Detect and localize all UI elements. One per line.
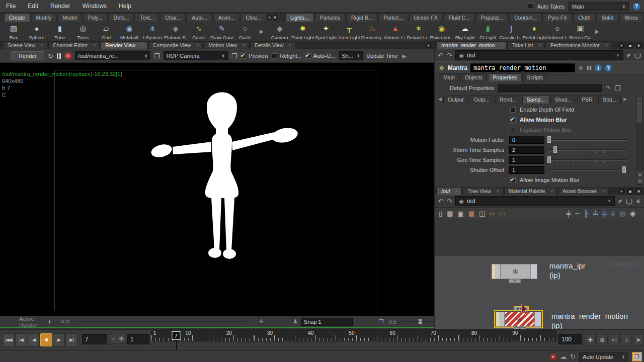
param-subtab[interactable]: Rend... bbox=[495, 96, 521, 104]
split-slider[interactable] bbox=[401, 321, 434, 322]
pane-tab[interactable]: Tree View ✕ bbox=[463, 187, 503, 195]
prev-keyframe-button[interactable]: |◀ bbox=[15, 333, 27, 346]
camera-selector[interactable]: ROP Camera ▲▼ bbox=[164, 51, 228, 60]
shelf-tool[interactable]: ● Sphere bbox=[25, 24, 48, 40]
default-properties-field[interactable] bbox=[498, 84, 602, 92]
current-frame-field[interactable]: 7 bbox=[82, 334, 107, 344]
shelf-tab[interactable]: Populat... bbox=[476, 13, 508, 22]
palette-icon[interactable]: ▦ bbox=[468, 210, 474, 217]
frame-increment-button[interactable]: ✛ bbox=[118, 334, 125, 344]
network-path-field[interactable]: ◉ out ▼ bbox=[455, 196, 615, 206]
param-value-field[interactable]: 0 bbox=[509, 136, 544, 144]
shelf-tab[interactable]: Pyro FX bbox=[543, 13, 572, 22]
slider-handle[interactable] bbox=[553, 146, 557, 153]
revert-icon[interactable]: ↷ bbox=[606, 84, 611, 92]
param-slider[interactable] bbox=[548, 146, 627, 154]
shelf-tab[interactable]: Rigid B... bbox=[346, 13, 378, 22]
toolbar-overflow-icon[interactable]: ▶ bbox=[403, 53, 407, 59]
node-bypass-flag[interactable] bbox=[496, 312, 500, 327]
shelf-tab[interactable]: Create bbox=[4, 13, 30, 22]
choose-camera-icon[interactable]: ❐ bbox=[231, 52, 237, 60]
pane-tab[interactable]: Render View ✕ bbox=[101, 41, 147, 49]
close-icon[interactable]: ✕ bbox=[538, 43, 541, 48]
node-lock-flag[interactable] bbox=[500, 312, 505, 327]
menu-item[interactable]: File bbox=[0, 1, 22, 12]
audio-button[interactable]: ♪ bbox=[621, 334, 632, 346]
zoom-out-icon[interactable]: − bbox=[251, 319, 254, 325]
shelf-tool[interactable]: ▲ Volume Li... bbox=[384, 24, 407, 40]
maximize-pane-icon[interactable]: ■ bbox=[627, 188, 633, 195]
shelf-tool[interactable]: ∫ Caustic Li... bbox=[500, 24, 523, 40]
slider-handle[interactable] bbox=[547, 156, 551, 163]
param-subtab[interactable]: Output bbox=[443, 96, 468, 104]
playhead-marker[interactable]: 7 bbox=[172, 331, 180, 340]
set-keyframe-button[interactable]: ✚ bbox=[585, 334, 596, 346]
chevron-down-icon[interactable]: ▼ bbox=[607, 199, 611, 204]
shelf-tool[interactable]: ✎ Draw Curve bbox=[210, 24, 233, 40]
forward-icon[interactable]: ↷ bbox=[447, 197, 453, 205]
update-time-label[interactable]: Update Time bbox=[366, 53, 397, 59]
take-selector[interactable]: Main ▲▼ bbox=[569, 2, 629, 11]
pane-tab[interactable]: /out ✕ bbox=[437, 187, 462, 195]
menu-item[interactable]: Help bbox=[113, 1, 137, 12]
gear-icon[interactable]: ✳ bbox=[635, 198, 641, 205]
shelf-tab[interactable]: Char... bbox=[160, 13, 186, 22]
shelf-tab[interactable]: Cloth bbox=[573, 13, 596, 22]
param-checkbox[interactable] bbox=[510, 177, 516, 183]
pause-icon[interactable] bbox=[57, 53, 61, 59]
play-button[interactable]: ▶ bbox=[53, 333, 65, 346]
param-checkbox-row[interactable]: Enable Depth Of Field bbox=[436, 105, 637, 115]
shelf-tab[interactable]: Fluid C... bbox=[444, 13, 475, 22]
node-type-icon[interactable]: ❖ bbox=[439, 64, 445, 72]
close-icon[interactable]: ✕ bbox=[93, 43, 96, 48]
zoom-icon[interactable]: ◎ bbox=[619, 210, 625, 217]
help-icon[interactable]: ? bbox=[633, 3, 640, 10]
node-name-field[interactable]: mantra_render_motion bbox=[470, 63, 575, 72]
play-reverse-button[interactable]: ◀ bbox=[28, 333, 40, 346]
param-checkbox[interactable] bbox=[510, 117, 516, 123]
pane-tab[interactable]: Scene View ✕ bbox=[3, 41, 47, 49]
param-value-field[interactable]: 1 bbox=[509, 156, 544, 164]
shelf-tool[interactable]: ⋔ LSystem bbox=[141, 24, 164, 40]
shelf-tool[interactable]: ○ Circle bbox=[233, 24, 257, 40]
scrollbar-thumb[interactable] bbox=[637, 97, 642, 123]
node-mantra-render-motion[interactable]: ✇✦ bbox=[494, 310, 543, 328]
scroll-tabs-right-icon[interactable]: ▶ bbox=[622, 97, 628, 102]
layout-icon[interactable]: ◫ bbox=[479, 210, 485, 217]
update-mode-selector[interactable]: Auto Update ▲▼ bbox=[579, 352, 628, 361]
visibility-icon[interactable]: ◉ bbox=[630, 210, 635, 217]
param-subtab[interactable]: Outp... bbox=[469, 96, 494, 104]
shelf-tool[interactable]: ∿ Curve bbox=[187, 24, 210, 40]
stop-render-icon[interactable]: ✕ bbox=[64, 52, 71, 59]
network-box-icon[interactable]: ▭ bbox=[499, 210, 505, 217]
param-slider[interactable] bbox=[548, 156, 627, 164]
playhead-line[interactable] bbox=[176, 340, 177, 350]
shelf-tool[interactable]: ✸ Point Light bbox=[291, 24, 314, 40]
pane-menu-icon[interactable]: ▼ bbox=[635, 188, 642, 195]
render-scheduler-icon[interactable]: ❒ bbox=[632, 352, 642, 361]
param-checkbox[interactable] bbox=[510, 107, 516, 113]
global-animation-options-button[interactable]: ⊕ bbox=[597, 334, 608, 346]
shelf-tab[interactable]: Contain... bbox=[509, 13, 542, 22]
node-lock-flag[interactable] bbox=[496, 264, 501, 279]
shelf-tool[interactable]: ✶ Distant Li... bbox=[407, 24, 430, 40]
relight-checkbox[interactable]: Relight... bbox=[272, 53, 301, 59]
shelf-tool[interactable]: ♦ Portal Light bbox=[523, 24, 546, 40]
shelf-tool[interactable]: ◎ Torus bbox=[71, 24, 95, 40]
node-body[interactable]: ✇✦ bbox=[505, 312, 535, 327]
shelf-tool[interactable]: ▧ Box bbox=[2, 24, 25, 40]
shelf-menu-icon[interactable]: ▼ bbox=[273, 14, 277, 21]
shelf-tab[interactable]: Auto... bbox=[187, 13, 212, 22]
node-mantra-ipr[interactable]: ✇✦ bbox=[492, 264, 537, 279]
param-value-field[interactable]: 2 bbox=[509, 146, 544, 154]
drag-properties-icon[interactable]: ❐ bbox=[615, 84, 621, 92]
back-icon[interactable]: ↶ bbox=[438, 197, 444, 205]
network-editor-canvas[interactable]: Outputs ✇✦ ▼ mantra_ipr(ip) ✇✦ bbox=[435, 256, 644, 329]
add-pane-tab-icon[interactable]: + bbox=[425, 42, 432, 49]
forward-icon[interactable]: ↷ bbox=[447, 51, 453, 59]
slider-handle[interactable] bbox=[547, 136, 551, 143]
auto-takes-checkbox[interactable] bbox=[528, 4, 533, 9]
param-subtab[interactable]: PBR bbox=[577, 96, 597, 104]
motion-effects-button[interactable]: ↩ bbox=[609, 334, 620, 346]
pane-tab[interactable]: Composite View ✕ bbox=[148, 41, 203, 49]
